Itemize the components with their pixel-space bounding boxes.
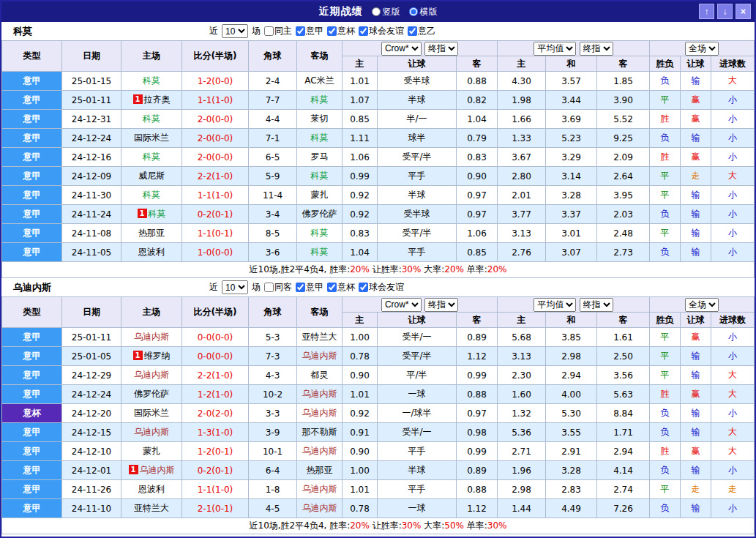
checkbox-同主[interactable]	[264, 26, 274, 36]
score-cell: 1-1(1-0)	[182, 480, 249, 499]
section-como: 科莫 近 10 场 同主意甲意杯球会友谊意乙 类型 日期 主场 比分(半场)	[1, 22, 755, 278]
games-label: 场	[252, 25, 261, 37]
avg-source-select[interactable]: 平均值	[534, 298, 576, 312]
odds-time-select-1[interactable]: 终指	[424, 42, 458, 56]
odds-time-select-2[interactable]: 终指	[580, 42, 613, 56]
league-type-cell: 意甲	[2, 366, 62, 385]
odds-handicap-cell: 平手	[378, 480, 457, 499]
col-subheader: 胜负	[650, 56, 681, 72]
score-cell: 1-1(1-0)	[182, 91, 249, 110]
result-goals-cell: 小	[711, 224, 755, 243]
result-handicap-cell: 赢	[681, 110, 711, 129]
odds-handicap-cell: 平手	[378, 243, 457, 262]
score-cell: 0-0(0-0)	[182, 347, 249, 366]
match-date-cell: 24-12-29	[62, 366, 121, 385]
home-team-cell: 科莫	[121, 186, 182, 205]
checkbox-意杯[interactable]	[327, 283, 337, 292]
avg-draw-cell: 4.00	[546, 385, 597, 404]
checkbox-意甲[interactable]	[296, 26, 305, 36]
odds-source-select[interactable]: Crow*	[381, 42, 422, 56]
stats-footer-row: 近10场,胜2平4负4, 胜率:20% 让胜率:30% 大率:20% 单率:20…	[2, 262, 755, 278]
odds-handicap-cell: 受平/半	[378, 224, 457, 243]
avg-odds-header: 平均值 终指	[498, 41, 650, 56]
league-type-cell: 意甲	[2, 72, 62, 91]
corner-cell: 3-6	[249, 243, 297, 262]
team-name-text: 都灵	[311, 370, 329, 380]
home-team-cell: 恩波利	[121, 480, 182, 499]
scroll-up-button[interactable]: ↑	[699, 4, 714, 19]
checkbox-同客[interactable]	[264, 283, 274, 292]
corner-cell: 3-4	[249, 205, 297, 224]
odds-away-cell: 0.97	[457, 205, 498, 224]
results-table: 类型 日期 主场 比分(半场) 角球 客场 Crow* 终指 平均值 终指	[1, 296, 755, 534]
away-team-cell: 都灵	[297, 366, 343, 385]
team-name-text: 乌迪内斯	[302, 503, 337, 513]
stats-segment: 胜率:	[329, 520, 350, 531]
checkbox-球会友谊[interactable]	[359, 26, 368, 36]
score-cell: 2-1(0-1)	[182, 499, 249, 518]
filter-checkboxes: 同主意甲意杯球会友谊意乙	[264, 25, 435, 37]
checkbox-意杯[interactable]	[327, 26, 337, 36]
odds-time-select-2[interactable]: 终指	[580, 298, 613, 312]
away-team-cell: 科莫	[297, 91, 343, 110]
avg-home-cell: 2.76	[498, 243, 546, 262]
stats-segment: 胜率:	[329, 264, 350, 274]
result-handicap-cell: 输	[681, 72, 711, 91]
result-outcome-cell: 负	[650, 404, 681, 423]
avg-away-cell: 2.74	[597, 480, 650, 499]
avg-source-select[interactable]: 平均值	[534, 42, 576, 56]
result-goals-cell: 小	[711, 461, 755, 480]
match-count-select[interactable]: 10	[222, 24, 248, 38]
odds-away-cell: 1.04	[457, 110, 498, 129]
team-name-text: AC米兰	[304, 75, 334, 86]
col-header-away: 客场	[297, 41, 343, 72]
avg-away-cell: 2.94	[597, 442, 650, 461]
vertical-layout-radio[interactable]	[372, 7, 381, 16]
close-button[interactable]: ×	[736, 4, 751, 19]
match-count-select[interactable]: 10	[222, 280, 248, 294]
scroll-down-button[interactable]: ↓	[717, 4, 733, 19]
stats-summary: 近10场,胜2平4负4, 胜率:20% 让胜率:30% 大率:50% 单率:30…	[2, 518, 755, 534]
col-header-corner: 角球	[249, 41, 297, 72]
avg-draw-cell: 3.14	[546, 167, 597, 186]
team-name-text: 科莫	[311, 228, 329, 238]
stats-footer-row: 近10场,胜2平4负4, 胜率:20% 让胜率:30% 大率:50% 单率:30…	[2, 518, 755, 534]
avg-away-cell: 3.95	[597, 186, 650, 205]
horizontal-layout-radio[interactable]	[409, 7, 418, 16]
odds-source-select[interactable]: Crow*	[381, 298, 422, 312]
odds-handicap-cell: 受半球	[378, 72, 457, 91]
checkbox-意甲[interactable]	[296, 283, 305, 292]
away-team-cell: 乌迪内斯	[297, 499, 343, 518]
avg-home-cell: 2.71	[498, 442, 546, 461]
col-header-score: 比分(半场)	[182, 297, 249, 328]
result-handicap-cell: 输	[681, 243, 711, 262]
away-team-cell: 热那亚	[297, 461, 343, 480]
scope-select[interactable]: 全场	[685, 42, 719, 56]
home-team-cell: 亚特兰大	[121, 499, 182, 518]
checkbox-意乙[interactable]	[408, 26, 417, 36]
checkbox-球会友谊[interactable]	[359, 283, 368, 292]
score-cell: 2-0(2-0)	[182, 404, 249, 423]
col-subheader: 胜负	[650, 313, 681, 328]
result-handicap-cell: 输	[681, 366, 711, 385]
vertical-layout-label: 竖版	[383, 6, 400, 18]
home-team-cell: 热那亚	[121, 224, 182, 243]
scope-select[interactable]: 全场	[685, 298, 719, 312]
filter-checkbox-意乙: 意乙	[408, 25, 435, 37]
odds-time-select-1[interactable]: 终指	[424, 298, 458, 312]
col-header-home: 主场	[121, 41, 182, 72]
avg-away-cell: 1.85	[597, 72, 650, 91]
team-name-text: 国际米兰	[134, 132, 169, 143]
avg-away-cell: 2.64	[597, 167, 650, 186]
result-handicap-cell: 输	[681, 205, 711, 224]
avg-home-cell: 1.60	[498, 385, 546, 404]
league-type-cell: 意甲	[2, 328, 62, 347]
away-team-cell: AC米兰	[297, 72, 343, 91]
close-icon: ×	[741, 7, 746, 17]
avg-draw-cell: 2.98	[546, 347, 597, 366]
corner-cell: 5-3	[249, 328, 297, 347]
away-team-cell: 科莫	[297, 167, 343, 186]
avg-home-cell: 1.44	[498, 499, 546, 518]
home-team-cell: 科莫	[121, 110, 182, 129]
filter-checkbox-同主: 同主	[264, 25, 292, 37]
